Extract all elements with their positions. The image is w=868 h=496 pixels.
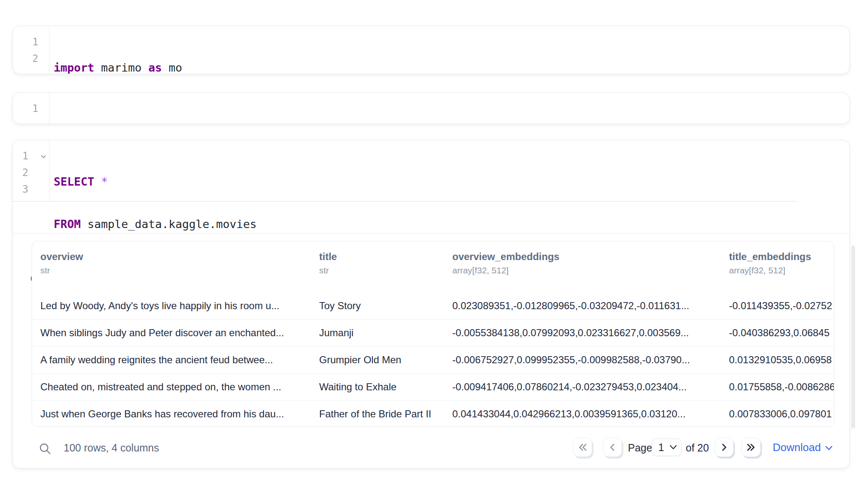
code-line: import marimo as mo xyxy=(54,60,182,74)
code-editor[interactable]: 1 2 import marimo as mo import duckdb xyxy=(13,26,849,74)
column-name: overview xyxy=(40,250,317,263)
previous-page-button[interactable] xyxy=(603,438,622,457)
table-cell: Grumpier Old Men xyxy=(319,354,450,366)
page-total-label: of 20 xyxy=(686,441,709,454)
code-token: SELECT xyxy=(54,175,94,188)
code-line: SELECT * xyxy=(54,174,257,190)
dataframe-table: overviewstrtitlestroverview_embeddingsar… xyxy=(32,241,834,427)
table-cell: -0.009417406,0.07860214,-0.023279453,0.0… xyxy=(452,381,725,393)
line-number: 1 xyxy=(13,100,49,117)
column-type: array[f32, 512] xyxy=(729,265,834,275)
code-cell-imports: 1 2 import marimo as mo import duckdb xyxy=(12,26,850,74)
line-number-gutter: 1 xyxy=(13,93,50,124)
table-cell: -0.006752927,0.099952355,-0.009982588,-0… xyxy=(452,354,725,366)
code-editor[interactable]: 1 duckdb.sql(f"ATTACH 'md:_share/sample_… xyxy=(13,93,849,124)
code-token: import xyxy=(54,61,94,74)
code-token xyxy=(94,175,101,188)
column-type: array[f32, 512] xyxy=(452,265,725,275)
table-cell: 0.01755858,-0.0086286 xyxy=(729,381,834,393)
table-cell: A family wedding reignites the ancient f… xyxy=(40,354,317,366)
line-number-gutter: 1 2 xyxy=(13,26,50,74)
page-label: Page xyxy=(628,441,652,454)
column-header-title_embeddings[interactable]: title_embeddingsarray[f32, 512] xyxy=(729,250,834,275)
line-number: 3 xyxy=(13,181,49,198)
table-cell: -0.011439355,-0.02752 xyxy=(729,300,834,312)
chevron-down-icon xyxy=(670,445,677,450)
table-cell: Toy Story xyxy=(319,300,450,312)
table-summary: 100 rows, 4 columns xyxy=(64,441,159,454)
table-cell: 0.041433044,0.042966213,0.0039591365,0.0… xyxy=(452,408,725,420)
code-editor[interactable]: 1 2 3 SELECT * FROM sample_data.kaggle.m… xyxy=(13,140,849,201)
fold-chevron-down-icon[interactable] xyxy=(40,154,47,161)
column-name: title_embeddings xyxy=(729,250,834,263)
table-cell: When siblings Judy and Peter discover an… xyxy=(40,327,317,339)
column-header-overview[interactable]: overviewstr xyxy=(40,250,317,275)
column-name: title xyxy=(319,250,450,263)
column-type: str xyxy=(40,265,317,275)
marimo-notebook: 1 2 import marimo as mo import duckdb 1 … xyxy=(0,0,868,496)
table-cell: Just when George Banks has recovered fro… xyxy=(40,408,317,420)
table-scrollbar[interactable] xyxy=(851,246,855,429)
code-area: import marimo as mo import duckdb xyxy=(50,26,182,74)
chevron-right-icon xyxy=(719,443,729,452)
column-header-title[interactable]: titlestr xyxy=(319,250,450,275)
code-cell-attach: 1 duckdb.sql(f"ATTACH 'md:_share/sample_… xyxy=(12,92,850,124)
table-cell: 0.007833006,0.097801 xyxy=(729,408,834,420)
code-token: * xyxy=(101,175,108,188)
table-cell: Waiting to Exhale xyxy=(319,381,450,393)
first-page-button[interactable] xyxy=(573,438,592,457)
download-label: Download xyxy=(773,441,821,454)
table-body: Led by Woody, Andy's toys live happily i… xyxy=(32,292,834,427)
table-cell: Jumanji xyxy=(319,327,450,339)
line-number: 2 xyxy=(13,50,49,67)
page-select[interactable]: 1 xyxy=(652,439,682,456)
column-type: str xyxy=(319,265,450,275)
table-cell: Led by Woody, Andy's toys live happily i… xyxy=(40,300,317,312)
double-chevron-left-icon xyxy=(578,443,588,452)
table-cell: -0.040386293,0.06845 xyxy=(729,327,834,339)
table-row: When siblings Judy and Peter discover an… xyxy=(32,319,834,346)
line-number: 2 xyxy=(13,164,49,181)
table-cell: Father of the Bride Part II xyxy=(319,408,450,420)
next-page-button[interactable] xyxy=(714,438,734,457)
table-cell: -0.0055384138,0.07992093,0.023316627,0.0… xyxy=(452,327,725,339)
table-row: Cheated on, mistreated and stepped on, t… xyxy=(32,373,834,400)
output-options-row: Output variable: Hide output sql xyxy=(13,202,849,233)
code-token: marimo xyxy=(94,61,149,74)
double-chevron-right-icon xyxy=(746,443,756,452)
table-row: Just when George Banks has recovered fro… xyxy=(32,400,834,427)
column-name: overview_embeddings xyxy=(452,250,725,263)
last-page-button[interactable] xyxy=(742,438,761,457)
chevron-left-icon xyxy=(608,443,617,452)
line-number-gutter: 1 2 3 xyxy=(13,140,50,201)
table-cell: 0.0132910535,0.06958 xyxy=(729,354,834,366)
code-token: as xyxy=(149,61,162,74)
download-button[interactable]: Download xyxy=(773,441,833,454)
code-token: mo xyxy=(162,61,182,74)
search-icon[interactable] xyxy=(39,442,52,457)
table-cell: Cheated on, mistreated and stepped on, t… xyxy=(40,381,317,393)
column-header-overview_embeddings[interactable]: overview_embeddingsarray[f32, 512] xyxy=(452,250,725,275)
page-select-value: 1 xyxy=(652,441,670,454)
table-row: Led by Woody, Andy's toys live happily i… xyxy=(32,292,834,319)
table-cell: 0.023089351,-0.012809965,-0.03209472,-0.… xyxy=(452,300,725,312)
table-row: A family wedding reignites the ancient f… xyxy=(32,346,834,373)
code-area: duckdb.sql(f"ATTACH 'md:_share/sample_da… xyxy=(50,93,710,124)
code-area: SELECT * FROM sample_data.kaggle.movies … xyxy=(50,140,257,201)
sql-cell: 1 2 3 SELECT * FROM sample_data.kaggle.m… xyxy=(12,140,850,469)
line-number: 1 xyxy=(13,34,49,50)
chevron-down-icon xyxy=(825,446,833,451)
